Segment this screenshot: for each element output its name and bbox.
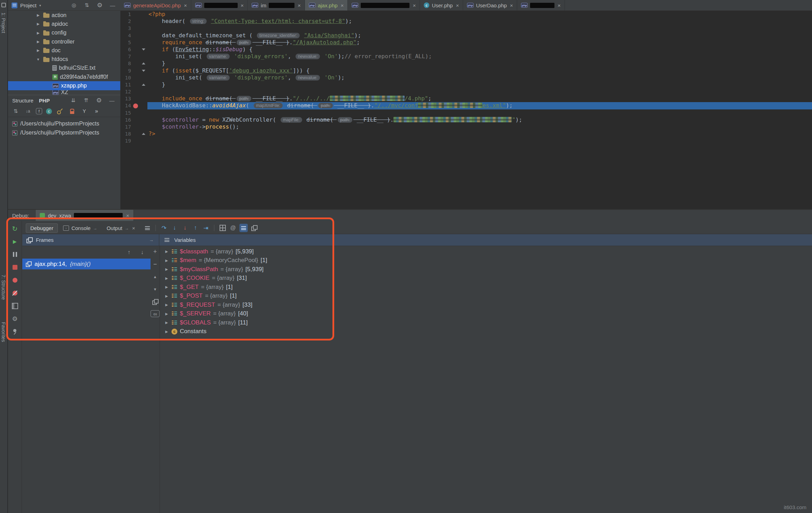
show-fields-button[interactable]: f: [36, 108, 42, 114]
expand-arrow-icon[interactable]: ▶: [164, 330, 169, 334]
arrow-up-button[interactable]: ↑: [125, 248, 133, 256]
breakpoint-gutter[interactable]: [131, 25, 140, 32]
rerun-button[interactable]: ↻: [11, 224, 19, 233]
sort-visibility-button[interactable]: ⇅: [12, 107, 20, 115]
editor-tab-im[interactable]: phpim×: [248, 0, 305, 10]
tree-item-d289f4ada7ebfdff0f[interactable]: Hd289f4ada7ebfdff0f: [8, 72, 120, 81]
step-out-button[interactable]: ↑: [191, 224, 200, 232]
variable-row-classpath[interactable]: ▶$classpath= {array}[5,939]: [160, 247, 812, 256]
variable-row-request[interactable]: ▶$_REQUEST= {array}[33]: [160, 300, 812, 309]
arrow-down-button[interactable]: ↓: [138, 248, 146, 256]
debugger-tab-console[interactable]: Console→: [59, 223, 101, 233]
lines-button[interactable]: [143, 224, 152, 232]
show-constants-button[interactable]: c: [46, 108, 52, 114]
breakpoint-gutter[interactable]: [131, 123, 140, 130]
editor-tab-censored[interactable]: php×: [517, 0, 565, 10]
move-down-button[interactable]: ▼: [151, 285, 159, 293]
breakpoint-gutter[interactable]: [131, 109, 140, 116]
restore-windows-button[interactable]: [250, 224, 258, 232]
expand-arrow-icon[interactable]: ▶: [164, 303, 169, 307]
editor-tab-censored[interactable]: php×: [348, 0, 420, 10]
tree-expand-icon[interactable]: ▶: [35, 22, 41, 26]
step-over-button[interactable]: ↷: [160, 224, 168, 232]
expand-arrow-icon[interactable]: ▶: [164, 267, 169, 271]
debug-session-tab[interactable]: dev_xzwa ×: [35, 210, 133, 221]
tree-expand-icon[interactable]: ▶: [35, 40, 41, 44]
tree-item-controller[interactable]: ▶controller: [8, 37, 120, 46]
expand-arrow-icon[interactable]: ▶: [164, 321, 169, 324]
editor-tab-userdao-php[interactable]: phpUserDao.php×: [463, 0, 517, 10]
move-up-button[interactable]: ▲: [151, 273, 159, 281]
breakpoint-gutter[interactable]: [131, 88, 140, 95]
tree-item-xz[interactable]: phpXZ: [8, 90, 120, 95]
close-icon[interactable]: ×: [341, 2, 344, 8]
show-key-button[interactable]: [54, 105, 66, 117]
threads-button[interactable]: [239, 224, 248, 232]
settings-button[interactable]: ⚙: [95, 96, 103, 105]
lock-button[interactable]: [68, 107, 76, 115]
tree-item-config[interactable]: ▶config: [8, 29, 120, 37]
tree-expand-icon[interactable]: ▼: [35, 58, 41, 61]
breakpoints-grid-button[interactable]: [219, 224, 227, 232]
close-icon[interactable]: ×: [126, 213, 129, 219]
mute-breakpoints-button[interactable]: [11, 289, 19, 297]
breakpoint-gutter[interactable]: [131, 46, 140, 53]
variable-row-globals[interactable]: ▶$GLOBALS= {array}[11]: [160, 318, 812, 327]
editor-tab-censored[interactable]: php×: [191, 0, 248, 10]
structure-item[interactable]: /Users/chujilu/PhpstormProjects: [8, 119, 120, 128]
frame-row[interactable]: ajax.php:14, {main}(): [22, 259, 151, 269]
variable-row-constants[interactable]: ▶cConstants: [160, 327, 812, 336]
breakpoint-gutter[interactable]: [131, 11, 140, 18]
expand-arrow-icon[interactable]: ▶: [164, 312, 169, 316]
expand-arrow-icon[interactable]: ▶: [164, 285, 169, 289]
add-button[interactable]: +: [151, 247, 159, 256]
tree-item-doc[interactable]: ▶doc: [8, 46, 120, 55]
structure-item[interactable]: /Users/chujilu/PhpstormProjects: [8, 128, 120, 137]
breakpoint-gutter[interactable]: [131, 18, 140, 25]
code-editor[interactable]: 1<?php2 header( string: "Content-Type: t…: [120, 11, 812, 209]
tab-arrow-icon[interactable]: →: [147, 236, 155, 244]
pause-button[interactable]: [11, 250, 19, 259]
tab-arrow-icon[interactable]: →: [125, 226, 129, 231]
tree-item-action[interactable]: ▶action: [8, 11, 120, 20]
tree-item-bdhuicslze-txt[interactable]: bdhuiCSlzE.txt: [8, 64, 120, 72]
breakpoint-gutter[interactable]: [131, 60, 140, 67]
hide-button[interactable]: —: [108, 1, 117, 9]
editor-tab-ajax-php[interactable]: phpajax.php×: [305, 0, 348, 10]
tree-expand-icon[interactable]: ▶: [35, 31, 41, 35]
settings-button[interactable]: ⚙: [95, 1, 104, 9]
force-step-into-button[interactable]: ↓: [181, 224, 189, 232]
expand-all-button[interactable]: ⇊: [69, 96, 77, 105]
breakpoint-gutter[interactable]: [131, 95, 140, 102]
tree-expand-icon[interactable]: ▶: [35, 13, 41, 17]
variable-row-mem[interactable]: ▶$mem= {MemoryCachePool}[1]: [160, 256, 812, 265]
duplicate-button[interactable]: [151, 298, 159, 306]
fold-marker-icon[interactable]: [140, 67, 147, 74]
breakpoint-gutter[interactable]: [131, 116, 140, 123]
editor-tab-user-php[interactable]: cUser.php×: [420, 0, 463, 10]
more-button[interactable]: »: [92, 107, 101, 115]
restore-layout-button[interactable]: [11, 302, 19, 310]
tab-arrow-icon[interactable]: →: [93, 226, 97, 231]
tree-item-apidoc[interactable]: ▶apidoc: [8, 20, 120, 28]
pin-button[interactable]: [11, 328, 19, 336]
variable-row-get[interactable]: ▶$_GET= {array}[1]: [160, 283, 812, 292]
variable-row-server[interactable]: ▶$_SERVER= {array}[40]: [160, 309, 812, 319]
close-icon[interactable]: ×: [184, 2, 187, 8]
fold-marker-icon[interactable]: [140, 46, 147, 53]
structure-tab-php[interactable]: PHP: [39, 98, 50, 104]
expand-collapse-button[interactable]: ⇅: [83, 1, 91, 9]
run-to-cursor-button[interactable]: ⇥: [202, 224, 210, 232]
debugger-tab-output[interactable]: Output→×: [102, 223, 139, 233]
breakpoint-icon[interactable]: [133, 104, 138, 108]
resume-button[interactable]: ▶: [11, 237, 19, 246]
breakpoint-gutter[interactable]: [131, 81, 140, 88]
close-icon[interactable]: ×: [241, 2, 244, 8]
hide-button[interactable]: —: [108, 96, 116, 105]
stripe-project-button[interactable]: 1: Project: [1, 13, 6, 33]
remove-button[interactable]: −: [151, 260, 159, 268]
editor-tab-generateapidoc-php[interactable]: phpgenerateApiDoc.php×: [120, 0, 191, 10]
close-icon[interactable]: ×: [298, 2, 301, 8]
fold-marker-icon[interactable]: [140, 130, 147, 137]
breakpoint-gutter[interactable]: [131, 39, 140, 46]
